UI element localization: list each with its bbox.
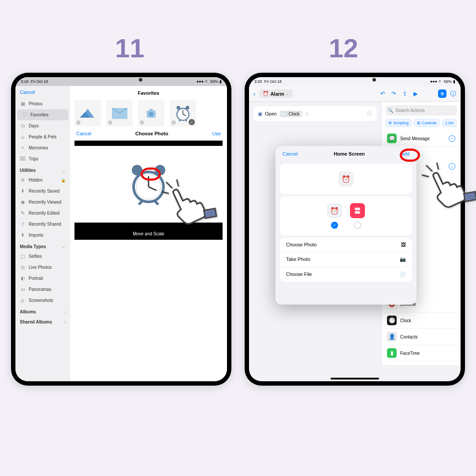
icon-option-shortcuts[interactable] [350, 203, 365, 218]
cancel-button[interactable]: Cancel [283, 151, 298, 156]
sidebar-item-people[interactable]: ☺People & Pets [15, 131, 70, 142]
sidebar-header-media[interactable]: Media Types⌄ [15, 241, 70, 251]
chevron-down-icon: ⌄ [62, 245, 66, 249]
home-indicator[interactable] [331, 378, 379, 379]
sidebar-item-trips[interactable]: ⌧Trips [15, 153, 70, 164]
sidebar-item-hidden[interactable]: ⊖Hidden🔒 [15, 175, 70, 186]
photo-source-list: Choose Photo🖼 Take Photo📷 Choose File📄 [280, 238, 412, 282]
chevron-down-icon: ⌄ [62, 168, 66, 173]
back-button[interactable]: ‹ [253, 90, 256, 97]
svg-rect-29 [355, 211, 360, 214]
choose-photo-row[interactable]: Choose Photo🖼 [280, 238, 412, 252]
svg-line-12 [186, 120, 187, 121]
ipad-device: 3:20 Fri Oct 18 ●●●ᯤ59%▮ ‹ ⏰Alarm⌄ ↶ ↷ ⇧… [245, 73, 465, 386]
remove-button[interactable]: ⓧ [367, 110, 372, 118]
shortcut-toolbar: ‹ ⏰Alarm⌄ ↶ ↷ ⇧ ▶ ⊕ ⓘ [249, 86, 461, 102]
choose-file-row[interactable]: Choose File📄 [280, 267, 412, 282]
use-button[interactable]: Use [212, 131, 221, 136]
file-icon: 📄 [400, 271, 406, 277]
play-button[interactable]: ▶ [413, 90, 418, 97]
memories-icon: ✧ [20, 145, 26, 151]
livephoto-icon: ◎ [20, 264, 26, 270]
calendar-icon: ◷ [20, 123, 26, 129]
step-number: 11 [115, 33, 145, 63]
clock-app-icon: 🕐 [387, 316, 397, 325]
action-item[interactable]: 💬Send Messagei [385, 130, 457, 147]
favorite-icon [76, 120, 81, 125]
info-icon[interactable]: i [449, 135, 455, 142]
category-chip[interactable]: ⊞Controls [414, 119, 440, 127]
suitcase-icon: ⌧ [20, 156, 26, 162]
svg-rect-21 [204, 208, 216, 218]
radio-unselected[interactable] [354, 222, 361, 229]
sidebar-item[interactable]: ◐Portrait [15, 273, 70, 284]
photos-sidebar: Cancel ▦Photos ♡Favorites ◷Days ☺People … [15, 86, 70, 381]
add-action-button[interactable]: ⊕ [438, 89, 446, 98]
clock-icon [174, 104, 192, 122]
highlight-ring [400, 149, 420, 162]
app-item[interactable]: 🕐Clock [385, 312, 457, 329]
photo-thumbnail[interactable]: ✓ [170, 100, 196, 126]
photo-thumbnail[interactable] [106, 100, 133, 126]
cancel-button[interactable]: Cancel [76, 131, 91, 136]
share-button[interactable]: ⇧ [402, 90, 407, 97]
category-chip[interactable]: ▯De [442, 119, 457, 127]
controls-icon: ⊞ [417, 121, 420, 125]
sidebar-item[interactable]: ⬇Recently Saved [15, 186, 70, 197]
panorama-icon: ▭ [20, 286, 26, 292]
sidebar-item[interactable]: ⬆Imports [15, 230, 70, 241]
sidebar-item[interactable]: ▭Panoramas [15, 284, 70, 295]
take-photo-row[interactable]: Take Photo📷 [280, 252, 412, 267]
svg-line-33 [422, 175, 429, 177]
svg-point-8 [186, 106, 189, 109]
sidebar-item-memories[interactable]: ✧Memories [15, 142, 70, 153]
sidebar-header-utilities[interactable]: Utilities⌄ [15, 164, 70, 175]
info-button[interactable]: ⓘ [450, 90, 456, 98]
disclosure-icon[interactable]: ⊙ [305, 111, 309, 117]
icon-option-clock[interactable]: ⏰ [327, 203, 342, 218]
svg-rect-4 [149, 109, 153, 112]
svg-line-24 [162, 192, 169, 193]
sidebar-item-albums[interactable]: Albums› [15, 306, 70, 316]
import-icon: ⬆ [20, 232, 26, 238]
action-block[interactable]: ▣ Open 🕐 Clock ⊙ ⓧ [253, 106, 377, 121]
photo-thumbnail[interactable] [74, 100, 101, 126]
svg-line-31 [426, 165, 432, 171]
sidebar-item-days[interactable]: ◷Days [15, 120, 70, 131]
sidebar-item[interactable]: ⤴Recently Shared [15, 219, 70, 230]
step-number: 12 [329, 33, 358, 63]
clock-icon: ⏰ [263, 91, 269, 97]
status-bar: 3:20 Fri Oct 18 ●●●ᯤ59%▮ [249, 77, 461, 86]
portrait-icon: ◐ [20, 275, 26, 281]
app-item[interactable]: ▮FaceTime [385, 345, 457, 361]
sidebar-item[interactable]: ⎚Screenshots [15, 295, 70, 306]
photo-thumbnail[interactable] [138, 100, 164, 126]
redo-button[interactable]: ↷ [391, 90, 396, 97]
lock-icon: 🔒 [61, 178, 66, 182]
photo-icon: 🖼 [401, 242, 406, 247]
search-input[interactable]: 🔍Search Actions [385, 105, 457, 115]
svg-line-23 [177, 179, 178, 186]
sidebar-item[interactable]: ◎Live Photos [15, 262, 70, 273]
sidebar-item[interactable]: ◉Recently Viewed [15, 197, 70, 208]
undo-button[interactable]: ↶ [380, 90, 385, 97]
sidebar-item[interactable]: ▢Selfies [15, 251, 70, 262]
sidebar-item-shared[interactable]: Shared Albums› [15, 316, 70, 326]
sidebar-item[interactable]: ✎Recently Edited [15, 208, 70, 219]
crop-title: Choose Photo [135, 131, 168, 136]
pointing-hand-icon [417, 161, 476, 216]
category-chip[interactable]: ⚙Scripting [385, 119, 412, 127]
selected-icon: ✓ [189, 119, 195, 125]
shortcut-title[interactable]: ⏰Alarm⌄ [259, 89, 293, 98]
eye-slash-icon: ⊖ [20, 177, 26, 183]
app-item[interactable]: 👤Contacts [385, 329, 457, 345]
svg-point-7 [177, 106, 180, 109]
sidebar-item-favorites[interactable]: ♡Favorites [17, 109, 68, 120]
cancel-button[interactable]: Cancel [15, 86, 70, 98]
clock-icon: 🕐 [282, 112, 287, 116]
camera-icon: 📷 [400, 257, 406, 262]
radio-selected[interactable]: ✓ [331, 222, 338, 229]
sidebar-item-photos[interactable]: ▦Photos [15, 98, 70, 109]
messages-icon: 💬 [387, 134, 397, 143]
scripting-icon: ⚙ [388, 121, 392, 125]
